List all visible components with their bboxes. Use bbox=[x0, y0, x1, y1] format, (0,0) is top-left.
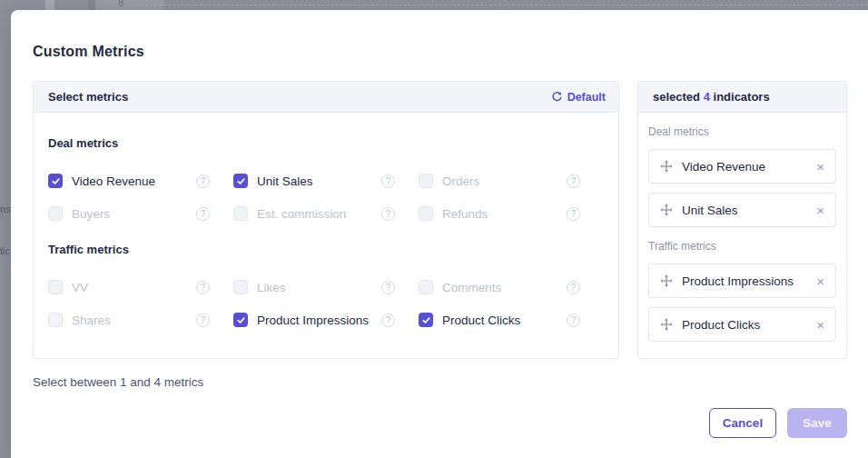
checkbox-unchecked-icon bbox=[48, 280, 63, 294]
selected-group-deal: Deal metrics bbox=[648, 125, 836, 138]
help-icon[interactable]: ? bbox=[196, 207, 210, 221]
section-title-deal: Deal metrics bbox=[48, 136, 604, 150]
checkbox-unchecked-icon bbox=[48, 313, 63, 327]
default-button-label: Default bbox=[567, 91, 606, 104]
metric-checkbox-likes: Likes ? bbox=[233, 271, 419, 304]
metric-checkbox-comments: Comments ? bbox=[419, 271, 604, 304]
cancel-button[interactable]: Cancel bbox=[709, 408, 776, 438]
remove-icon[interactable]: × bbox=[816, 318, 824, 332]
metric-label: Orders bbox=[442, 174, 567, 188]
metric-label: Unit Sales bbox=[257, 174, 381, 188]
checkbox-unchecked-icon bbox=[233, 280, 248, 294]
select-metrics-header: Select metrics Default bbox=[34, 82, 618, 113]
selected-indicators-title: selected 4 indicators bbox=[653, 90, 770, 104]
metric-label: Video Revenue bbox=[72, 174, 196, 188]
metric-label: Product Clicks bbox=[442, 314, 567, 327]
selected-word: selected bbox=[653, 90, 700, 104]
selected-label: Product Clicks bbox=[682, 318, 816, 332]
help-icon[interactable]: ? bbox=[381, 174, 395, 188]
drag-handle-icon[interactable] bbox=[660, 318, 673, 331]
checkbox-checked-icon[interactable] bbox=[233, 174, 248, 188]
selected-card-product-clicks: Product Clicks × bbox=[648, 307, 836, 342]
selected-label: Unit Sales bbox=[682, 204, 816, 217]
checkbox-unchecked-icon bbox=[419, 280, 433, 294]
drag-handle-icon[interactable] bbox=[660, 160, 673, 173]
metric-label: Est. commission bbox=[257, 207, 381, 221]
custom-metrics-modal: Custom Metrics Select metrics Default De… bbox=[11, 10, 868, 458]
help-icon[interactable]: ? bbox=[196, 174, 210, 188]
selected-card-video-revenue: Video Revenue × bbox=[648, 149, 836, 184]
checkbox-unchecked-icon bbox=[48, 206, 63, 221]
background-chart-bar bbox=[45, 0, 54, 10]
reset-icon bbox=[551, 91, 563, 103]
selection-hint: Select between 1 and 4 metrics bbox=[33, 375, 868, 389]
metric-label: Buyers bbox=[72, 207, 196, 221]
panels-row: Select metrics Default Deal metrics bbox=[33, 81, 847, 359]
metric-checkbox-unit-sales: Unit Sales ? bbox=[233, 164, 419, 197]
save-button[interactable]: Save bbox=[787, 408, 847, 438]
checkbox-checked-icon[interactable] bbox=[48, 174, 63, 188]
selected-indicators-panel: selected 4 indicators Deal metrics bbox=[637, 81, 847, 359]
remove-icon[interactable]: × bbox=[816, 274, 824, 288]
metric-checkbox-product-clicks: Product Clicks ? bbox=[419, 304, 604, 336]
section-title-traffic: Traffic metrics bbox=[48, 243, 604, 256]
help-icon[interactable]: ? bbox=[196, 281, 210, 294]
metric-label: Refunds bbox=[442, 207, 567, 221]
metric-checkbox-refunds: Refunds ? bbox=[419, 197, 604, 230]
selected-count: 4 bbox=[704, 90, 710, 104]
metric-checkbox-video-revenue: Video Revenue ? bbox=[48, 164, 233, 197]
selected-indicators-body: Deal metrics Video Revenue × bbox=[638, 125, 846, 342]
checkbox-unchecked-icon bbox=[419, 174, 433, 188]
help-icon[interactable]: ? bbox=[567, 174, 580, 188]
modal-title: Custom Metrics bbox=[33, 44, 868, 60]
modal-footer: Cancel Save bbox=[33, 408, 847, 438]
default-reset-button[interactable]: Default bbox=[551, 91, 606, 104]
metric-label: Shares bbox=[72, 314, 196, 327]
checkbox-unchecked-icon bbox=[233, 206, 248, 221]
help-icon[interactable]: ? bbox=[381, 281, 395, 294]
selected-indicators-header: selected 4 indicators bbox=[638, 82, 846, 113]
metric-checkbox-orders: Orders ? bbox=[419, 164, 604, 197]
background-gridline bbox=[132, 5, 868, 5]
metric-checkbox-vv: VV ? bbox=[48, 271, 233, 304]
metric-label: Comments bbox=[442, 281, 567, 294]
metric-label: VV bbox=[72, 281, 196, 294]
drag-handle-icon[interactable] bbox=[660, 204, 673, 216]
selected-label: Product Impressions bbox=[682, 274, 816, 288]
selected-card-unit-sales: Unit Sales × bbox=[648, 193, 836, 227]
drag-handle-icon[interactable] bbox=[660, 274, 673, 287]
indicators-word: indicators bbox=[714, 90, 770, 104]
selected-card-product-impressions: Product Impressions × bbox=[648, 264, 836, 298]
metric-checkbox-shares: Shares ? bbox=[48, 304, 233, 336]
help-icon[interactable]: ? bbox=[196, 314, 210, 327]
metric-label: Likes bbox=[257, 281, 381, 294]
checkbox-unchecked-icon bbox=[419, 206, 433, 221]
background-text-fragment: ns bbox=[0, 204, 11, 214]
help-icon[interactable]: ? bbox=[567, 207, 580, 221]
background-chart-bar bbox=[88, 0, 95, 10]
deal-metrics-grid: Video Revenue ? Unit Sales ? Orders ? bbox=[48, 164, 604, 230]
remove-icon[interactable]: × bbox=[816, 204, 824, 217]
checkbox-checked-icon[interactable] bbox=[233, 313, 248, 327]
select-metrics-panel: Select metrics Default Deal metrics bbox=[33, 81, 619, 359]
metric-checkbox-product-impressions: Product Impressions ? bbox=[233, 304, 419, 336]
metric-label: Product Impressions bbox=[257, 314, 381, 327]
background-axis-tick: 8 bbox=[118, 0, 123, 8]
remove-icon[interactable]: × bbox=[816, 160, 824, 174]
metric-checkbox-est-commission: Est. commission ? bbox=[233, 197, 419, 230]
help-icon[interactable]: ? bbox=[567, 281, 580, 294]
help-icon[interactable]: ? bbox=[381, 207, 395, 221]
checkbox-checked-icon[interactable] bbox=[419, 313, 433, 327]
help-icon[interactable]: ? bbox=[567, 314, 580, 327]
selected-group-traffic: Traffic metrics bbox=[648, 240, 836, 253]
select-metrics-header-label: Select metrics bbox=[48, 90, 128, 104]
select-metrics-body: Deal metrics Video Revenue ? Unit Sales bbox=[34, 113, 618, 336]
metric-checkbox-buyers: Buyers ? bbox=[48, 197, 233, 230]
traffic-metrics-grid: VV ? Likes ? Comments ? bbox=[48, 271, 604, 336]
selected-label: Video Revenue bbox=[682, 160, 816, 174]
help-icon[interactable]: ? bbox=[381, 314, 395, 327]
